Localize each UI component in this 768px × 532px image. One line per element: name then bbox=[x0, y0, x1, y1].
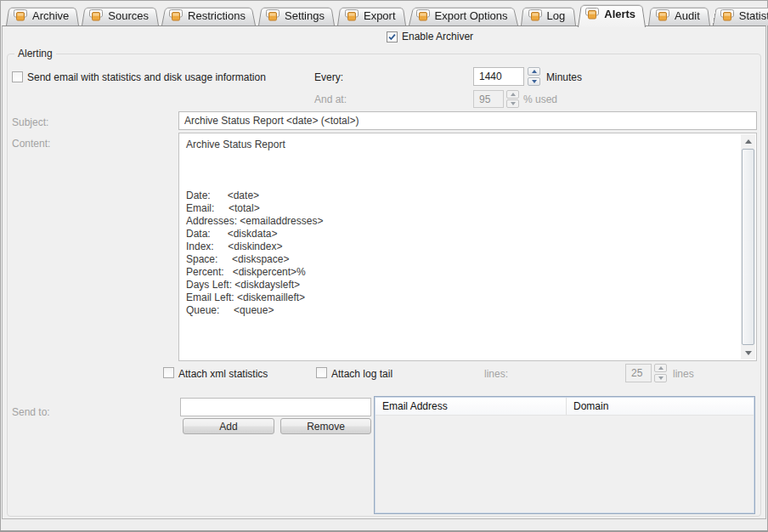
archiver-settings-window: Archive Sources Restrictions Settings Ex… bbox=[0, 0, 768, 532]
enable-archiver-checkbox[interactable] bbox=[387, 31, 398, 42]
tab-alerts[interactable]: Alerts bbox=[578, 3, 646, 27]
arrow-up-icon bbox=[532, 70, 537, 73]
archive-box-icon bbox=[169, 9, 183, 21]
every-spin-down-button[interactable] bbox=[528, 77, 540, 86]
column-header-email-address[interactable]: Email Address bbox=[376, 398, 567, 415]
arrow-down-icon bbox=[658, 376, 664, 380]
lines-input bbox=[625, 364, 652, 382]
archive-box-icon bbox=[266, 9, 280, 21]
content-scrollbar[interactable] bbox=[741, 134, 755, 359]
archive-box-icon bbox=[656, 9, 669, 21]
arrow-down-icon bbox=[511, 102, 516, 105]
archive-box-icon bbox=[345, 9, 359, 21]
lines-spinner bbox=[654, 364, 667, 382]
tab-bar: Archive Sources Restrictions Settings Ex… bbox=[6, 2, 768, 25]
attach-log-label: Attach log tail bbox=[331, 368, 392, 380]
tab-label: Audit bbox=[675, 9, 700, 22]
tab-label: Restrictions bbox=[188, 9, 246, 22]
content-label: Content: bbox=[12, 138, 50, 150]
scroll-up-button[interactable] bbox=[741, 134, 755, 148]
lines-spin-down-button bbox=[654, 374, 667, 382]
arrow-down-icon bbox=[745, 351, 752, 355]
content-text: Archive Status Report Date: <date> Email… bbox=[179, 133, 741, 360]
archive-box-icon bbox=[416, 9, 430, 21]
recipients-table: Email Address Domain bbox=[374, 396, 755, 514]
tab-restrictions[interactable]: Restrictions bbox=[161, 6, 256, 25]
tab-archive[interactable]: Archive bbox=[6, 6, 79, 25]
recipients-table-header: Email Address Domain bbox=[376, 398, 754, 416]
column-header-domain[interactable]: Domain bbox=[567, 398, 754, 415]
attach-xml-label: Attach xml statistics bbox=[178, 368, 268, 380]
archive-box-icon bbox=[14, 9, 27, 21]
every-label: Every: bbox=[314, 71, 343, 83]
tab-settings[interactable]: Settings bbox=[258, 6, 335, 25]
arrow-up-icon bbox=[511, 93, 516, 96]
scrollbar-thumb[interactable] bbox=[742, 149, 754, 345]
and-at-spin-down-button bbox=[506, 99, 519, 108]
send-email-label: Send email with statistics and disk usag… bbox=[27, 71, 266, 83]
and-at-spinner bbox=[506, 90, 519, 108]
lines-spin-up-button bbox=[654, 364, 667, 372]
send-to-input[interactable] bbox=[180, 398, 371, 416]
archive-box-icon bbox=[528, 9, 542, 21]
alerting-group-label: Alerting bbox=[14, 48, 56, 59]
and-at-unit-label: % used bbox=[523, 93, 557, 105]
content-textarea[interactable]: Archive Status Report Date: <date> Email… bbox=[178, 133, 757, 361]
tab-statistics[interactable]: Statistics bbox=[713, 6, 768, 25]
lines-unit-label: lines bbox=[673, 368, 694, 380]
every-spinner bbox=[528, 67, 540, 86]
tab-label: Export Options bbox=[435, 9, 508, 22]
attach-xml-checkbox[interactable] bbox=[163, 367, 174, 378]
every-input[interactable] bbox=[473, 67, 524, 86]
tab-log[interactable]: Log bbox=[521, 6, 576, 25]
remove-button[interactable]: Remove bbox=[280, 418, 371, 434]
archive-box-icon bbox=[585, 8, 599, 20]
and-at-label: And at: bbox=[314, 93, 347, 105]
add-button[interactable]: Add bbox=[183, 418, 274, 434]
tab-export[interactable]: Export bbox=[337, 6, 406, 25]
arrow-down-icon bbox=[532, 80, 537, 83]
tab-label: Log bbox=[547, 9, 566, 22]
arrow-up-icon bbox=[658, 366, 664, 370]
tab-label: Export bbox=[364, 9, 396, 22]
tab-label: Settings bbox=[285, 9, 325, 22]
and-at-input bbox=[473, 90, 504, 108]
subject-label: Subject: bbox=[12, 116, 48, 128]
arrow-up-icon bbox=[745, 139, 752, 144]
tab-label: Alerts bbox=[604, 8, 635, 20]
archive-box-icon bbox=[89, 9, 103, 21]
scroll-down-button[interactable] bbox=[741, 346, 755, 359]
attach-log-checkbox[interactable] bbox=[316, 367, 327, 378]
send-to-label: Send to: bbox=[12, 406, 50, 418]
send-email-checkbox[interactable] bbox=[12, 71, 23, 82]
enable-archiver-row: Enable Archiver bbox=[387, 31, 473, 42]
and-at-spin-up-button bbox=[506, 90, 519, 99]
recipients-table-body[interactable] bbox=[376, 416, 754, 512]
tab-label: Sources bbox=[108, 9, 149, 22]
archive-box-icon bbox=[720, 9, 734, 21]
tab-label: Archive bbox=[32, 9, 69, 22]
tab-sources[interactable]: Sources bbox=[82, 6, 159, 25]
subject-input[interactable] bbox=[178, 111, 757, 130]
enable-archiver-label: Enable Archiver bbox=[402, 31, 473, 42]
every-unit-label: Minutes bbox=[546, 71, 582, 83]
check-icon bbox=[387, 32, 397, 42]
tab-export-options[interactable]: Export Options bbox=[409, 6, 518, 25]
tab-audit[interactable]: Audit bbox=[648, 6, 710, 25]
lines-label: lines: bbox=[484, 368, 508, 380]
every-spin-up-button[interactable] bbox=[528, 67, 540, 76]
tab-label: Statistics bbox=[739, 9, 768, 22]
